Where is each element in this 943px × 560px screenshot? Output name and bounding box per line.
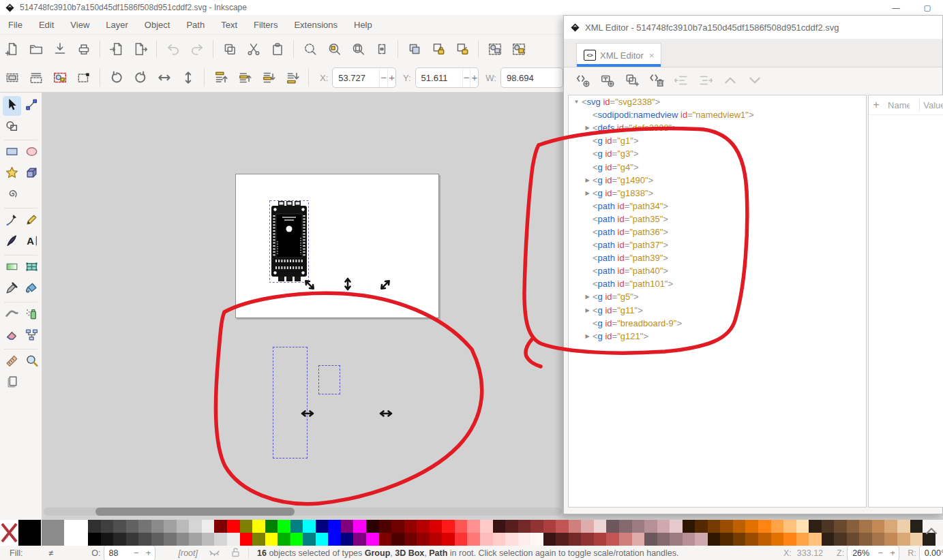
palette-swatch[interactable] (113, 520, 126, 533)
menu-filters[interactable]: Filters (245, 17, 286, 33)
palette-swatch[interactable] (644, 533, 657, 546)
palette-big-swatch[interactable] (65, 520, 88, 546)
palette-expand-button[interactable] (924, 525, 939, 538)
unlink-clone-button[interactable] (450, 38, 474, 60)
palette-swatch[interactable] (467, 533, 480, 546)
palette-swatch[interactable] (505, 520, 518, 533)
layer-visibility-icon[interactable] (209, 547, 220, 559)
palette-swatch[interactable] (708, 533, 721, 546)
palette-swatch[interactable] (430, 533, 443, 546)
minimize-button[interactable]: — (880, 0, 912, 15)
palette-swatch[interactable] (430, 520, 443, 533)
menu-extensions[interactable]: Extensions (286, 17, 346, 33)
duplicate-node-button[interactable] (620, 69, 644, 91)
expander-icon[interactable]: ▶ (582, 125, 593, 131)
lower-to-bottom-button[interactable] (280, 67, 304, 89)
xml-node-g4[interactable]: <g id="g4"> (569, 160, 866, 173)
palette-swatch[interactable] (859, 520, 872, 533)
zoom-field[interactable]: 26% − + (847, 546, 899, 560)
y-field[interactable]: 51.611 − + (415, 67, 479, 88)
tool-pen[interactable] (3, 211, 21, 231)
palette-swatch[interactable] (834, 520, 847, 533)
paste-button[interactable] (265, 38, 289, 60)
palette-swatch[interactable] (657, 520, 670, 533)
palette-swatch[interactable] (404, 533, 417, 546)
palette-swatch[interactable] (493, 533, 506, 546)
xml-node-g5[interactable]: ▶<g id="g5"> (569, 290, 866, 303)
palette-swatch[interactable] (455, 533, 468, 546)
opacity-field[interactable]: 88 − + (104, 546, 155, 560)
palette-swatch[interactable] (569, 520, 582, 533)
print-button[interactable] (72, 38, 95, 60)
palette-swatch[interactable] (606, 520, 619, 533)
palette-swatch[interactable] (594, 533, 607, 546)
palette-swatch[interactable] (88, 533, 101, 546)
tool-text[interactable]: A (23, 232, 41, 252)
palette-swatch[interactable] (113, 533, 126, 546)
palette-swatch[interactable] (683, 520, 695, 533)
tab-close-icon[interactable]: × (649, 50, 655, 61)
tool-spiral[interactable] (3, 185, 21, 205)
expander-icon[interactable]: ▶ (582, 307, 593, 313)
deselect-button[interactable] (48, 67, 72, 89)
duplicate-button[interactable] (402, 38, 426, 60)
tool-pencil[interactable] (23, 211, 41, 231)
palette-swatch[interactable] (366, 533, 379, 546)
palette-swatch[interactable] (455, 520, 468, 533)
palette-swatch[interactable] (644, 520, 657, 533)
palette-swatch[interactable] (328, 520, 341, 533)
palette-swatch[interactable] (278, 520, 290, 533)
palette-swatch[interactable] (695, 520, 708, 533)
export-button[interactable] (128, 38, 152, 60)
x-increase-button[interactable]: + (387, 69, 395, 87)
import-button[interactable] (104, 38, 128, 60)
palette-swatch[interactable] (480, 520, 493, 533)
opacity-increase-button[interactable]: + (143, 548, 155, 558)
menu-edit[interactable]: Edit (31, 17, 62, 33)
palette-swatch[interactable] (341, 520, 354, 533)
lower-button[interactable] (256, 67, 280, 89)
palette-swatch[interactable] (278, 533, 290, 546)
zoom-decrease-button[interactable]: − (874, 548, 886, 558)
xml-node-g1[interactable]: <g id="g1"> (569, 134, 866, 147)
palette-swatch[interactable] (872, 520, 885, 533)
palette-swatch[interactable] (417, 520, 430, 533)
xml-node-svg2338[interactable]: ▼<svg id="svg2338"> (569, 95, 866, 108)
palette-swatch[interactable] (632, 533, 645, 546)
palette-swatch[interactable] (316, 520, 329, 533)
selection-scale-handle[interactable] (340, 277, 355, 292)
palette-swatch[interactable] (442, 520, 455, 533)
palette-big-swatch[interactable] (18, 520, 42, 546)
new-element-node-button[interactable] (571, 69, 595, 91)
palette-swatch[interactable] (556, 520, 569, 533)
menu-help[interactable]: Help (346, 17, 380, 33)
xml-node-path36[interactable]: <path id="path36"> (569, 225, 866, 238)
maximize-button[interactable]: ▢ (912, 0, 943, 15)
tool-paint-bucket[interactable] (23, 279, 41, 299)
palette-swatch[interactable] (164, 533, 177, 546)
palette-swatch[interactable] (695, 533, 708, 546)
palette-swatch[interactable] (164, 520, 177, 533)
tool-spray[interactable] (23, 305, 41, 325)
palette-swatch[interactable] (391, 520, 404, 533)
xml-node-g3[interactable]: <g id="g3"> (569, 147, 866, 160)
new-text-node-button[interactable] (595, 69, 620, 91)
tool-eraser[interactable] (3, 326, 21, 346)
palette-swatch[interactable] (556, 533, 569, 546)
xml-node-namedview1[interactable]: <sodipodi:namedview id="namedview1"> (569, 108, 866, 121)
palette-swatch[interactable] (733, 533, 746, 546)
y-increase-button[interactable]: + (470, 69, 478, 87)
palette-swatch[interactable] (480, 533, 493, 546)
palette-swatch[interactable] (202, 533, 215, 546)
palette-swatch[interactable] (379, 533, 392, 546)
palette-swatch[interactable] (328, 533, 341, 546)
tool-selector[interactable] (3, 96, 21, 116)
palette-swatch[interactable] (708, 520, 721, 533)
palette-big-swatch[interactable] (42, 520, 65, 546)
palette-swatch[interactable] (847, 533, 860, 546)
zoom-increase-button[interactable]: + (886, 548, 899, 558)
palette-swatch[interactable] (834, 533, 847, 546)
palette-swatch[interactable] (606, 533, 619, 546)
palette-swatch[interactable] (316, 533, 329, 546)
palette-swatch[interactable] (214, 520, 227, 533)
